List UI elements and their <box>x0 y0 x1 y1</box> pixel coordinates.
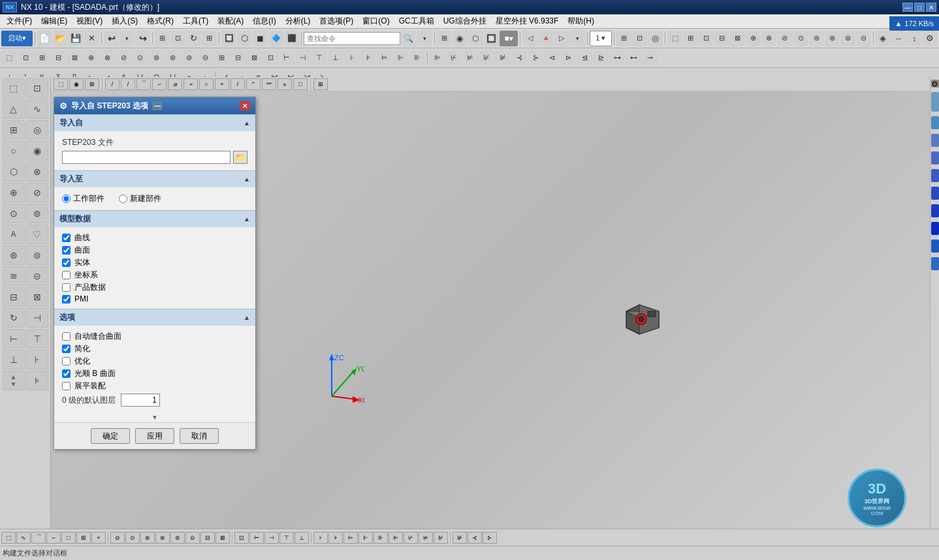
tb2-32[interactable]: ⊰ <box>511 50 527 66</box>
tb2-4[interactable]: ⊟ <box>50 50 66 66</box>
menu-file[interactable]: 文件(F) <box>3 14 36 28</box>
check-flatten-asm-input[interactable] <box>62 382 71 390</box>
check-surfaces[interactable]: 曲面 <box>62 245 247 256</box>
tb2-34[interactable]: ⊲ <box>544 50 560 66</box>
sb-btn-16[interactable]: ♡ <box>26 225 48 244</box>
open-file-btn[interactable] <box>53 31 68 46</box>
tb-view-4[interactable]: 🔲 <box>484 31 499 46</box>
check-auto-stitch-input[interactable] <box>62 332 71 341</box>
title-minimize-btn[interactable]: — <box>902 3 913 12</box>
sel-btn-1[interactable]: ⬚ <box>54 78 68 90</box>
sb-btn-12[interactable]: ⊘ <box>26 183 48 202</box>
bottom-btn-25[interactable]: ⊪ <box>374 532 388 544</box>
new-file-btn[interactable] <box>37 31 52 46</box>
dialog-close-btn[interactable]: ✕ <box>240 101 250 110</box>
sb-btn-8[interactable]: ◉ <box>26 141 48 161</box>
tb-misc-4[interactable]: ▾ <box>570 31 585 46</box>
menu-edit[interactable]: 编辑(E) <box>37 14 71 28</box>
radio-new-part-input[interactable] <box>119 194 127 203</box>
check-surfaces-input[interactable] <box>62 246 71 255</box>
tb2-19[interactable]: ⊣ <box>295 50 311 66</box>
sb-btn-2[interactable]: ⊡ <box>26 78 48 98</box>
bottom-btn-8[interactable]: ⊘ <box>110 532 125 544</box>
cancel-button[interactable]: 取消 <box>180 428 219 444</box>
menu-preferences[interactable]: 首选项(P) <box>315 14 357 28</box>
start-btn[interactable]: 启动▾ <box>1 31 33 46</box>
bottom-btn-15[interactable]: ⊠ <box>215 532 230 544</box>
tb-btn-a4[interactable]: ⊞ <box>202 31 217 46</box>
sb-btn-24[interactable]: ⊣ <box>26 308 48 328</box>
sel-btn-12[interactable]: / <box>231 78 245 90</box>
sb-btn-6[interactable]: ◎ <box>26 120 48 140</box>
tb-layer-3[interactable]: ◎ <box>648 31 663 46</box>
default-layer-input[interactable] <box>121 394 160 407</box>
tb2-14[interactable]: ⊞ <box>214 50 229 66</box>
tb-btn-b4[interactable]: 🔷 <box>268 31 283 46</box>
sb-btn-18[interactable]: ⊜ <box>26 245 48 265</box>
tb2-11[interactable]: ⊛ <box>165 50 180 66</box>
bottom-btn-21[interactable]: ⊦ <box>313 532 328 544</box>
tb-btn-b3[interactable]: ◼ <box>253 31 268 46</box>
title-close-btn[interactable]: ✕ <box>926 3 936 12</box>
tb2-1[interactable]: ⬚ <box>1 50 17 66</box>
check-csys-input[interactable] <box>62 271 71 279</box>
check-pmi-input[interactable] <box>62 295 71 303</box>
tb2-38[interactable]: ⊶ <box>609 50 625 66</box>
sel-btn-3[interactable]: ⊞ <box>85 78 99 90</box>
tb2-29[interactable]: ⊭ <box>462 50 478 66</box>
radio-new-part[interactable]: 新建部件 <box>119 193 161 204</box>
tb-num-1[interactable]: 1 ▾ <box>590 31 613 46</box>
tb-end-2[interactable]: ↔ <box>891 31 906 46</box>
tb-layer-2[interactable]: ⊡ <box>632 31 647 46</box>
menu-window[interactable]: 窗口(O) <box>358 14 393 28</box>
sb-btn-14[interactable]: ⊚ <box>26 204 48 223</box>
tb2-22[interactable]: ⊦ <box>344 50 360 66</box>
bottom-btn-24[interactable]: ⊩ <box>358 532 373 544</box>
sel-btn-5[interactable]: / <box>121 78 135 90</box>
tb-misc-2[interactable]: 🔺 <box>538 31 553 46</box>
check-flatten-asm[interactable]: 展平装配 <box>62 381 247 392</box>
sel-btn-14[interactable]: ⌤ <box>262 78 276 90</box>
tb2-21[interactable]: ⊥ <box>328 50 343 66</box>
tb-btn-b1[interactable]: 🔲 <box>221 31 236 46</box>
apply-button[interactable]: 应用 <box>135 428 174 444</box>
tb2-6[interactable]: ⊕ <box>83 50 99 66</box>
expand-arrow[interactable]: ▼ <box>54 412 255 422</box>
bottom-btn-12[interactable]: ⊜ <box>170 532 185 544</box>
tb-snap-3[interactable]: ⊡ <box>699 31 714 46</box>
tb-snap-9[interactable]: ⊙ <box>793 31 808 46</box>
sb-btn-19[interactable]: ≋ <box>3 266 25 286</box>
confirm-button[interactable]: 确定 <box>91 428 130 444</box>
tb2-17[interactable]: ⊡ <box>263 50 278 66</box>
sb-btn-3[interactable]: △ <box>3 99 25 119</box>
sb-btn-21[interactable]: ⊟ <box>3 287 25 307</box>
tb-snap-2[interactable]: ⊞ <box>683 31 698 46</box>
sel-btn-11[interactable]: + <box>215 78 229 90</box>
bottom-btn-22[interactable]: ⊧ <box>328 532 343 544</box>
bottom-btn-7[interactable]: + <box>91 532 106 544</box>
sel-btn-4[interactable]: / <box>105 78 119 90</box>
model-data-chevron[interactable]: ▲ <box>244 215 250 223</box>
check-optimize-input[interactable] <box>62 357 71 366</box>
sel-btn-7[interactable]: ⌣ <box>152 78 167 90</box>
undo-btn[interactable] <box>104 31 119 46</box>
bottom-btn-29[interactable]: ⊮ <box>434 532 448 544</box>
sb-btn-22[interactable]: ⊠ <box>26 287 48 307</box>
sb-btn-27[interactable]: ⊥ <box>3 350 25 369</box>
tb-snap-5[interactable]: ⊠ <box>730 31 745 46</box>
menu-help[interactable]: 帮助(H) <box>564 14 598 28</box>
check-smooth-b-input[interactable] <box>62 369 71 378</box>
bottom-btn-19[interactable]: ⊤ <box>279 532 294 544</box>
sb-btn-4[interactable]: ∿ <box>26 99 48 119</box>
tb-end-4[interactable]: ⚙ <box>923 31 938 46</box>
bottom-btn-6[interactable]: ⊞ <box>76 532 91 544</box>
bottom-btn-9[interactable]: ⊙ <box>125 532 140 544</box>
bottom-btn-13[interactable]: ⊝ <box>185 532 200 544</box>
sb-btn-28[interactable]: ⊦ <box>26 350 48 369</box>
tb-view-5[interactable]: ■▾ <box>500 31 518 46</box>
import-to-chevron[interactable]: ▲ <box>244 176 250 183</box>
sb-btn-5[interactable]: ⊞ <box>3 120 25 140</box>
redo-btn[interactable] <box>135 31 150 46</box>
menu-view[interactable]: 视图(V) <box>72 14 106 28</box>
sb-btn-9[interactable]: ⬡ <box>3 162 25 181</box>
